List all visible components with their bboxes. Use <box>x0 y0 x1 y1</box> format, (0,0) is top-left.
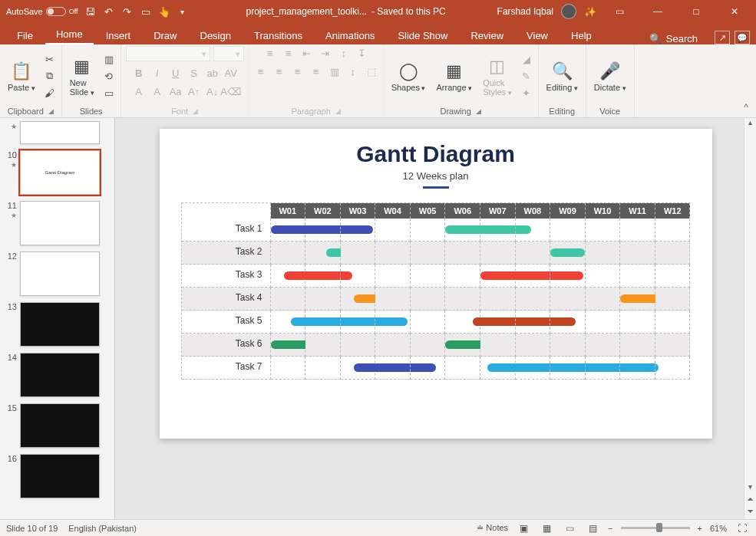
sorter-view-icon[interactable]: ▦ <box>539 522 554 534</box>
redo-icon[interactable]: ↷ <box>121 5 134 18</box>
align-center-icon[interactable]: ≡ <box>272 64 286 78</box>
shrink-font-icon[interactable]: A↓ <box>206 84 220 98</box>
section-icon[interactable]: ▭ <box>102 86 116 100</box>
vertical-scrollbar[interactable]: ▴ ▾ ⏶ ⏷ <box>744 118 756 519</box>
ribbon-display-icon[interactable]: ▭ <box>604 0 635 23</box>
scroll-down-icon[interactable]: ▾ <box>744 482 756 495</box>
numbering-icon[interactable]: ≡ <box>282 46 295 60</box>
spacing-icon[interactable]: AV <box>224 66 238 80</box>
share-button[interactable]: ↗ <box>715 31 730 44</box>
arrange-button[interactable]: ▦Arrange <box>433 58 475 94</box>
thumbnail-prev[interactable] <box>20 121 100 144</box>
text-direction-icon[interactable]: ↧ <box>355 46 369 60</box>
thumbnail[interactable]: Gantt Diagram <box>20 150 100 195</box>
tab-view[interactable]: View <box>516 27 559 44</box>
comments-button[interactable]: 💬 <box>735 31 750 44</box>
slideshow-view-icon[interactable]: ▤ <box>585 522 600 534</box>
dictate-button[interactable]: 🎤Dictate <box>591 58 629 94</box>
next-slide-icon[interactable]: ⏷ <box>744 507 756 519</box>
cut-icon[interactable]: ✂ <box>43 52 57 66</box>
slide-canvas[interactable]: Gantt Diagram 12 Weeks plan W01W02W03W04… <box>160 129 712 439</box>
bold-icon[interactable]: B <box>132 66 146 80</box>
scroll-up-icon[interactable]: ▴ <box>744 118 756 130</box>
align-text-icon[interactable]: ↕ <box>346 64 360 78</box>
zoom-slider[interactable] <box>621 527 690 529</box>
fit-slide-icon[interactable]: ⛶ <box>735 522 750 534</box>
save-icon[interactable]: 🖫 <box>84 5 97 18</box>
tab-design[interactable]: Design <box>190 27 242 44</box>
thumbnail[interactable] <box>20 403 100 448</box>
shape-outline-icon[interactable]: ✎ <box>520 69 533 83</box>
thumbnail[interactable] <box>20 353 100 397</box>
grow-font-icon[interactable]: A↑ <box>187 84 201 98</box>
search-box[interactable]: 🔍 Search <box>649 33 704 44</box>
tab-transitions[interactable]: Transitions <box>243 27 313 44</box>
tab-slideshow[interactable]: Slide Show <box>387 27 458 44</box>
indent-inc-icon[interactable]: ⇥ <box>319 46 332 60</box>
qat-more-icon[interactable]: ▾ <box>177 5 189 18</box>
close-button[interactable]: ✕ <box>719 0 750 23</box>
zoom-in-button[interactable]: + <box>698 524 702 533</box>
dialog-launcher-icon[interactable]: ◢ <box>335 107 341 115</box>
underline-icon[interactable]: U <box>169 66 183 80</box>
shape-effects-icon[interactable]: ✦ <box>520 86 533 100</box>
shapes-button[interactable]: ◯Shapes <box>388 58 429 94</box>
thumbnail[interactable] <box>20 252 100 296</box>
dialog-launcher-icon[interactable]: ◢ <box>48 107 54 115</box>
quick-styles-button[interactable]: ◫Quick Styles <box>480 54 514 99</box>
slideshow-icon[interactable]: ▭ <box>140 5 152 18</box>
thumbnail-panel[interactable]: ★ 10★Gantt Diagram11★1213141516 <box>0 118 115 519</box>
smartart-icon[interactable]: ⬚ <box>365 64 378 78</box>
change-case-icon[interactable]: Aa <box>169 84 183 98</box>
line-spacing-icon[interactable]: ↕ <box>337 46 351 60</box>
tab-insert[interactable]: Insert <box>95 27 142 44</box>
undo-icon[interactable]: ↶ <box>103 5 115 18</box>
thumbnail[interactable] <box>20 302 100 347</box>
italic-icon[interactable]: I <box>150 66 164 80</box>
tab-file[interactable]: File <box>6 27 44 44</box>
collapse-ribbon-button[interactable]: ^ <box>736 44 756 117</box>
tab-draw[interactable]: Draw <box>143 27 187 44</box>
prev-slide-icon[interactable]: ⏶ <box>744 495 756 507</box>
bullets-icon[interactable]: ≡ <box>263 46 277 60</box>
font-size-box[interactable]: ▾ <box>213 46 244 61</box>
clear-format-icon[interactable]: A⌫ <box>224 84 238 98</box>
font-name-box[interactable]: ▾ <box>126 46 210 61</box>
normal-view-icon[interactable]: ▣ <box>516 522 531 534</box>
indent-dec-icon[interactable]: ⇤ <box>300 46 314 60</box>
justify-icon[interactable]: ≡ <box>309 64 323 78</box>
reset-icon[interactable]: ⟲ <box>102 69 116 83</box>
dialog-launcher-icon[interactable]: ◢ <box>193 107 198 115</box>
align-left-icon[interactable]: ≡ <box>254 64 268 78</box>
tab-review[interactable]: Review <box>460 27 514 44</box>
align-right-icon[interactable]: ≡ <box>291 64 305 78</box>
layout-icon[interactable]: ▥ <box>102 52 116 66</box>
avatar[interactable] <box>561 4 576 19</box>
tab-help[interactable]: Help <box>560 27 602 44</box>
coming-soon-icon[interactable]: ✨ <box>584 5 596 18</box>
editing-button[interactable]: 🔍Editing <box>543 58 581 94</box>
tab-animations[interactable]: Animations <box>315 27 385 44</box>
touch-mode-icon[interactable]: 👆 <box>158 5 170 18</box>
format-painter-icon[interactable]: 🖌 <box>43 86 57 100</box>
maximize-button[interactable]: □ <box>681 0 711 23</box>
thumbnail[interactable] <box>20 454 100 498</box>
language-label[interactable]: English (Pakistan) <box>68 524 137 533</box>
zoom-out-button[interactable]: − <box>608 524 612 533</box>
highlight-icon[interactable]: A <box>150 84 164 98</box>
minimize-button[interactable]: — <box>642 0 673 23</box>
shadow-icon[interactable]: ab <box>206 66 220 80</box>
new-slide-button[interactable]: ▦ New Slide <box>67 54 97 99</box>
shape-fill-icon[interactable]: ◢ <box>520 52 533 66</box>
tab-home[interactable]: Home <box>45 25 94 44</box>
font-color-icon[interactable]: A <box>132 84 146 98</box>
columns-icon[interactable]: ▥ <box>328 64 342 78</box>
notes-button[interactable]: ≐ Notes <box>477 523 508 533</box>
reading-view-icon[interactable]: ▭ <box>562 522 577 534</box>
paste-button[interactable]: 📋 Paste <box>5 58 38 94</box>
copy-icon[interactable]: ⧉ <box>43 69 57 83</box>
dialog-launcher-icon[interactable]: ◢ <box>476 107 481 115</box>
autosave-toggle[interactable]: AutoSave Off <box>6 7 78 16</box>
zoom-level[interactable]: 61% <box>710 524 727 533</box>
strike-icon[interactable]: S <box>187 66 201 80</box>
